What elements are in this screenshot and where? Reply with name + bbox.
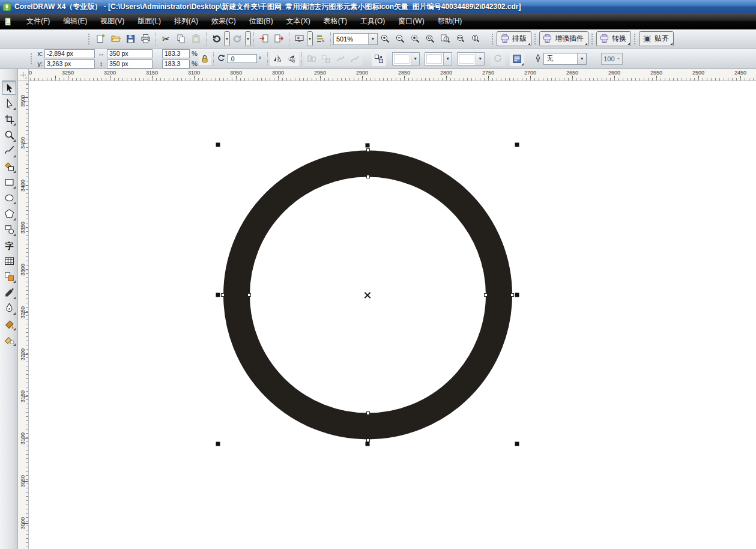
line-end-selector[interactable]: ▼ bbox=[457, 52, 485, 65]
vertical-ruler[interactable]: 3500345034003350330032503200315031003050… bbox=[18, 81, 29, 549]
application-launcher-caret[interactable]: ▼ bbox=[307, 31, 313, 46]
docked-toolbar-grip[interactable] bbox=[634, 33, 637, 45]
menu-item-11[interactable]: 窗口(W) bbox=[392, 14, 431, 28]
toolbar-grip[interactable] bbox=[88, 33, 91, 45]
selection-handle-8[interactable] bbox=[515, 442, 519, 446]
line-end-dropdown-icon[interactable]: ▼ bbox=[476, 53, 484, 65]
scale-x-field[interactable] bbox=[162, 49, 190, 58]
horizontal-ruler[interactable]: 3300325032003150310030503000295029002850… bbox=[29, 69, 756, 81]
print-button[interactable] bbox=[138, 31, 153, 46]
zoom-out-button[interactable] bbox=[393, 31, 408, 46]
menu-item-7[interactable]: 位图(B) bbox=[243, 14, 280, 28]
cut-button[interactable]: ✂ bbox=[159, 31, 174, 46]
selection-handle-5[interactable] bbox=[515, 293, 519, 297]
mirror-horizontal-button[interactable] bbox=[270, 52, 285, 66]
open-button[interactable] bbox=[108, 31, 123, 46]
menu-item-2[interactable]: 编辑(E) bbox=[56, 14, 94, 28]
convert-toolbar-button[interactable]: 转换 bbox=[596, 31, 631, 46]
redo-button[interactable] bbox=[230, 31, 245, 46]
menu-item-3[interactable]: 视图(V) bbox=[94, 14, 131, 28]
menu-item-10[interactable]: 工具(O) bbox=[354, 14, 392, 28]
zoom-combo-dropdown-icon[interactable]: ▼ bbox=[368, 34, 377, 44]
propbar-grip[interactable] bbox=[30, 53, 33, 65]
freehand-tool[interactable] bbox=[2, 144, 16, 158]
lock-ratio-button[interactable] bbox=[199, 53, 211, 65]
ruler-origin-corner[interactable] bbox=[18, 69, 29, 81]
application-launcher-button[interactable] bbox=[292, 31, 307, 46]
selection-handle-1[interactable] bbox=[216, 143, 220, 147]
menu-item-12[interactable]: 帮助(H) bbox=[431, 14, 469, 28]
menu-item-6[interactable]: 效果(C) bbox=[205, 14, 243, 28]
outline-width-combo[interactable]: 无 ▼ bbox=[543, 53, 587, 65]
smart-fill-tool[interactable] bbox=[2, 159, 16, 174]
undo-dropdown-caret[interactable]: ▼ bbox=[224, 31, 230, 46]
menu-item-8[interactable]: 文本(X) bbox=[280, 14, 317, 28]
selection-handle-6[interactable] bbox=[216, 442, 220, 446]
curve-node-6[interactable] bbox=[510, 293, 514, 297]
interactive-blend-tool[interactable] bbox=[2, 269, 16, 284]
menu-item-9[interactable]: 表格(T) bbox=[317, 14, 354, 28]
curve-node-4[interactable] bbox=[247, 293, 251, 297]
undo-button[interactable] bbox=[209, 31, 224, 46]
menu-item-5[interactable]: 排列(A) bbox=[168, 14, 205, 28]
reduce-nodes-button[interactable] bbox=[319, 52, 333, 66]
join-curves-button[interactable] bbox=[333, 52, 348, 66]
text-tool[interactable]: 字 bbox=[2, 238, 16, 252]
outline-width-dropdown-icon[interactable]: ▼ bbox=[577, 53, 586, 64]
redo-dropdown-caret[interactable]: ▼ bbox=[245, 31, 251, 46]
import-button[interactable] bbox=[256, 31, 271, 46]
copy-button[interactable] bbox=[174, 31, 189, 46]
curve-node-5[interactable] bbox=[484, 293, 488, 297]
zoom-level-combo[interactable]: 501% ▼ bbox=[333, 33, 378, 45]
ellipse-tool[interactable] bbox=[2, 190, 16, 205]
curve-node-3[interactable] bbox=[221, 293, 225, 297]
menu-item-1[interactable]: 文件(F) bbox=[20, 14, 56, 28]
rectangle-tool[interactable] bbox=[2, 175, 16, 189]
pick-tool[interactable] bbox=[2, 80, 16, 95]
document-icon[interactable] bbox=[4, 17, 13, 26]
table-tool[interactable] bbox=[2, 253, 16, 268]
docked-toolbar-grip[interactable] bbox=[591, 33, 594, 45]
zoom-in-button[interactable] bbox=[378, 31, 393, 46]
selection-handle-7[interactable] bbox=[366, 442, 370, 446]
polygon-tool[interactable] bbox=[2, 207, 16, 221]
eyedropper-tool[interactable] bbox=[2, 285, 16, 300]
ring-object[interactable] bbox=[29, 81, 756, 549]
drawing-canvas[interactable] bbox=[29, 81, 756, 549]
outline-pen-tool[interactable] bbox=[2, 301, 16, 315]
paste-button[interactable] bbox=[189, 31, 204, 46]
object-width-field[interactable] bbox=[107, 49, 153, 58]
curve-node-1[interactable] bbox=[366, 148, 370, 152]
curve-node-8[interactable] bbox=[366, 438, 370, 442]
welcome-screen-button[interactable] bbox=[313, 31, 328, 46]
close-curve-button[interactable] bbox=[491, 52, 505, 66]
smooth-curve-button[interactable] bbox=[348, 52, 362, 66]
mirror-vertical-button[interactable] bbox=[285, 52, 299, 66]
zoom-page-button[interactable] bbox=[438, 31, 453, 46]
zoom-selected-button[interactable] bbox=[408, 31, 423, 46]
selection-handle-3[interactable] bbox=[515, 143, 519, 147]
transparency-spinner[interactable]: 100 ÷ bbox=[601, 53, 622, 65]
typesetting-toolbar-button[interactable]: 排版 bbox=[497, 31, 531, 46]
selection-handle-4[interactable] bbox=[216, 293, 220, 297]
export-button[interactable] bbox=[271, 31, 286, 46]
outline-style-selector[interactable]: ▼ bbox=[425, 52, 452, 65]
basic-shapes-tool[interactable] bbox=[2, 222, 16, 237]
y-position-field[interactable] bbox=[44, 59, 95, 68]
wrap-paragraph-text-button[interactable] bbox=[510, 52, 524, 66]
zoom-tool[interactable] bbox=[2, 128, 16, 142]
object-center-mark[interactable] bbox=[364, 292, 371, 299]
fill-tool[interactable] bbox=[2, 317, 16, 331]
rotation-angle-field[interactable] bbox=[227, 54, 257, 63]
enhanced-plugins-toolbar-button[interactable]: 增强插件 bbox=[539, 31, 588, 46]
line-start-dropdown-icon[interactable]: ▼ bbox=[411, 53, 419, 65]
shape-tool[interactable] bbox=[2, 96, 16, 111]
zoom-page-height-button[interactable] bbox=[468, 31, 483, 46]
docked-toolbar-grip[interactable] bbox=[534, 33, 537, 45]
snap-to-toolbar-button[interactable]: 贴齐 bbox=[639, 31, 674, 46]
interactive-fill-tool[interactable] bbox=[2, 332, 16, 347]
spinner-stepper-icon[interactable]: ÷ bbox=[617, 56, 620, 62]
menu-item-4[interactable]: 版面(L) bbox=[131, 14, 168, 28]
crop-tool[interactable] bbox=[2, 112, 16, 126]
selection-handle-2[interactable] bbox=[366, 144, 370, 148]
